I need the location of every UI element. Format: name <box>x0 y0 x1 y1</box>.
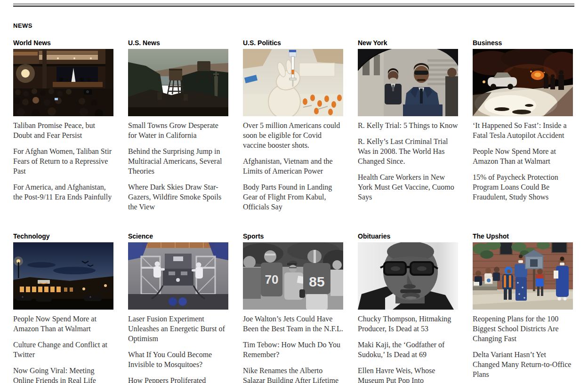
section-title[interactable]: New York <box>358 39 458 47</box>
news-section-page: NEWS World News <box>13 4 574 383</box>
section-obituaries: Obituaries <box>358 232 458 383</box>
section-technology: Technology <box>13 232 113 383</box>
sports-photo[interactable]: 70 85 <box>243 242 343 310</box>
headline-list: Laser Fusion Experiment Unleashes an Ene… <box>128 314 228 383</box>
section-title[interactable]: Technology <box>13 232 113 240</box>
news-section-label: NEWS <box>13 22 574 29</box>
headline-link[interactable]: Joe Walton’s Jets Could Have Been the Be… <box>243 314 343 334</box>
headline-list: Taliban Promise Peace, but Doubt and Fea… <box>13 120 113 202</box>
section-sports: Sports 70 <box>243 232 343 383</box>
headline-list: People Now Spend More at Amazon Than at … <box>13 314 113 383</box>
fusion-lab-illustration <box>128 242 228 310</box>
headline-link[interactable]: Nike Renames the Alberto Salazar Buildin… <box>243 366 343 383</box>
headline-link[interactable]: R. Kelly Trial: 5 Things to Know <box>358 120 458 130</box>
headline-link[interactable]: Reopening Plans for the 100 Biggest Scho… <box>473 314 573 343</box>
headline-list: Joe Walton’s Jets Could Have Been the Be… <box>243 314 343 383</box>
us-news-photo[interactable] <box>128 49 228 116</box>
business-photo[interactable] <box>473 49 573 116</box>
section-title[interactable]: Sports <box>243 232 343 240</box>
the-upshot-photo[interactable] <box>473 242 573 310</box>
headline-list: R. Kelly Trial: 5 Things to Know R. Kell… <box>358 120 458 202</box>
section-title[interactable]: The Upshot <box>473 232 573 240</box>
headline-link[interactable]: Tim Tebow: How Much Do You Remember? <box>243 340 343 359</box>
headline-link[interactable]: Maki Kaji, the ‘Godfather of Sudoku,’ Is… <box>358 340 458 359</box>
news-grid: World News <box>13 39 574 383</box>
headline-link[interactable]: For Afghan Women, Taliban Stir Fears of … <box>13 146 113 176</box>
vaccine-syringe-illustration <box>243 49 343 116</box>
headline-link[interactable]: ‘It Happened So Fast’: Inside a Fatal Te… <box>473 120 573 140</box>
top-double-rule <box>13 4 574 7</box>
science-photo[interactable] <box>128 242 228 310</box>
headline-list: ‘It Happened So Fast’: Inside a Fatal Te… <box>473 120 573 202</box>
obituaries-photo[interactable] <box>358 242 458 310</box>
headline-link[interactable]: Now Going Viral: Meeting Online Friends … <box>13 366 113 383</box>
section-new-york: New York <box>358 39 458 212</box>
section-business: Business <box>473 39 573 212</box>
svg-text:85: 85 <box>309 274 324 289</box>
section-us-news: U.S. News <box>128 39 228 212</box>
section-title[interactable]: Science <box>128 232 228 240</box>
section-title[interactable]: U.S. News <box>128 39 228 47</box>
portrait-illustration <box>358 242 458 310</box>
section-title[interactable]: Business <box>473 39 573 47</box>
headline-link[interactable]: For America, and Afghanistan, the Post-9… <box>13 182 113 202</box>
headline-list: Small Towns Grow Desperate for Water in … <box>128 120 228 212</box>
headline-link[interactable]: Over 5 million Americans could soon be e… <box>243 120 343 150</box>
headline-link[interactable]: Taliban Promise Peace, but Doubt and Fea… <box>13 120 113 140</box>
headline-link[interactable]: 15% of Paycheck Protection Program Loans… <box>473 172 573 202</box>
technology-photo[interactable] <box>13 242 113 310</box>
section-title[interactable]: Obituaries <box>358 232 458 240</box>
water-towers-illustration <box>128 49 228 116</box>
section-title[interactable]: World News <box>13 39 113 47</box>
headline-link[interactable]: How Peppers Proliferated Around the Plan… <box>128 375 228 383</box>
section-science: Science <box>128 232 228 383</box>
headline-link[interactable]: Chucky Thompson, Hitmaking Producer, Is … <box>358 314 458 334</box>
section-world-news: World News <box>13 39 113 212</box>
headline-list: Chucky Thompson, Hitmaking Producer, Is … <box>358 314 458 383</box>
headline-list: Reopening Plans for the 100 Biggest Scho… <box>473 314 573 383</box>
headline-link[interactable]: People Now Spend More at Amazon Than at … <box>473 146 573 166</box>
press-conference-illustration <box>13 49 113 116</box>
amazon-warehouse-illustration <box>13 242 113 310</box>
new-york-photo[interactable] <box>358 49 458 116</box>
headline-link[interactable]: What If You Could Become Invisible to Mo… <box>128 350 228 369</box>
courthouse-figure-illustration <box>358 49 458 116</box>
headline-link[interactable]: Afghanistan, Vietnam and the Limits of A… <box>243 156 343 176</box>
headline-link[interactable]: R. Kelly’s Last Criminal Trial Was in 20… <box>358 136 458 166</box>
us-politics-photo[interactable] <box>243 49 343 116</box>
headline-link[interactable]: Delta Variant Hasn’t Yet Changed Many Re… <box>473 350 573 379</box>
headline-list: Over 5 million Americans could soon be e… <box>243 120 343 212</box>
night-crash-illustration <box>473 49 573 116</box>
headline-link[interactable]: Where Dark Skies Draw Star-Gazers, Wildf… <box>128 182 228 212</box>
headline-link[interactable]: Ellen Havre Weis, Whose Museum Put Pop I… <box>358 366 458 383</box>
headline-link[interactable]: People Now Spend More at Amazon Than at … <box>13 314 113 334</box>
section-the-upshot: The Upshot <box>473 232 573 383</box>
headline-link[interactable]: Behind the Surprising Jump in Multiracia… <box>128 146 228 176</box>
section-us-politics: U.S. Politics <box>243 39 343 212</box>
headline-link[interactable]: Culture Change and Conflict at Twitter <box>13 340 113 359</box>
headline-link[interactable]: Laser Fusion Experiment Unleashes an Ene… <box>128 314 228 343</box>
headline-link[interactable]: Small Towns Grow Desperate for Water in … <box>128 120 228 140</box>
headline-link[interactable]: Health Care Workers in New York Must Get… <box>358 172 458 202</box>
headline-link[interactable]: Body Parts Found in Landing Gear of Flig… <box>243 182 343 212</box>
section-title[interactable]: U.S. Politics <box>243 39 343 47</box>
world-news-photo[interactable] <box>13 49 113 116</box>
football-players-illustration: 70 85 <box>243 242 343 310</box>
svg-text:70: 70 <box>265 272 279 287</box>
school-reopening-illustration <box>473 242 573 310</box>
